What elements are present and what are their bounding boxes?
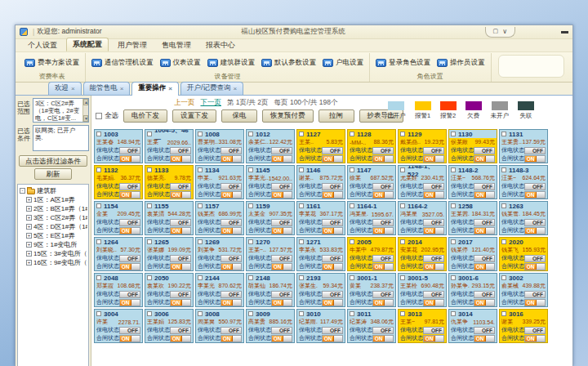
power-keep-toggle[interactable]: OFF [322,327,343,334]
meter-card[interactable]: 1263钱某雪.184.45元保电状态OFF合闸状态ON [499,201,548,235]
close-icon[interactable]: × [168,85,172,92]
power-keep-toggle[interactable]: OFF [220,291,242,298]
toolbar-button-1[interactable]: 设置下发 [172,109,216,123]
power-keep-toggle[interactable]: OFF [220,219,242,226]
card-checkbox[interactable] [96,275,101,280]
card-checkbox[interactable] [350,203,354,208]
power-keep-toggle[interactable]: OFF [271,291,292,298]
card-checkbox[interactable] [248,275,253,280]
ribbon-button[interactable]: 操作员设置 [434,56,488,69]
card-checkbox[interactable] [248,132,253,136]
meter-card[interactable]: 3002俞某械439.88元保电状态OFF合闸状态ON [499,273,548,307]
switch-toggle[interactable]: ON [423,299,444,306]
meter-card[interactable]: 1271李某永533.83元保电状态OFF合闸状态ON [296,237,345,271]
meter-card[interactable]: 3014仇某争1103.54.保电状态OFF合闸状态ON [448,309,497,343]
switch-toggle[interactable]: ON [170,191,191,199]
switch-toggle[interactable]: ON [220,227,242,234]
card-checkbox[interactable] [501,167,506,172]
expand-icon[interactable]: + [26,251,32,257]
card-checkbox[interactable] [147,167,152,172]
meter-card[interactable]: 1269刘某争531.72元保电状态OFF合闸状态ON [195,237,244,271]
close-icon[interactable]: × [120,85,124,92]
card-checkbox[interactable] [248,203,253,208]
card-checkbox[interactable] [299,167,304,172]
meter-card[interactable]: 3006王某娟125.83元保电状态OFF合闸状态ON [145,309,194,343]
power-keep-toggle[interactable]: OFF [372,291,394,298]
tree-item[interactable]: +2区：B区1#弄（1#变... [20,204,87,213]
toolbar-button-4[interactable]: 拉闸 [318,109,354,123]
power-keep-toggle[interactable]: OFF [220,183,242,190]
condition-listbox[interactable]: 联网类; 已开户类. [33,125,89,151]
meter-card[interactable]: 1127王某..5.83元保电状态OFF合闸状态ON [296,129,345,163]
refresh-button[interactable]: 刷新 [34,168,72,180]
card-checkbox[interactable] [299,239,304,244]
scrollbar[interactable]: ▲ ▼ [82,99,88,122]
meter-card[interactable]: 1164-1冯某星.1595.67.保电状态OFF合闸状态ON [347,201,396,235]
meter-card[interactable]: 1270王某~..127.57元保电状态OFF合闸状态ON [246,237,295,271]
close-icon[interactable]: × [233,85,237,92]
power-keep-toggle[interactable]: OFF [220,255,242,262]
switch-toggle[interactable]: ON [119,227,140,234]
meter-card[interactable]: 1148-3汪某~624.64元保电状态OFF合闸状态ON [499,165,548,199]
meter-card[interactable]: 1161李某花367.17元保电状态OFF合闸状态ON [296,201,345,235]
card-checkbox[interactable] [501,203,506,208]
ribbon-button[interactable]: 户电设置 [319,56,367,69]
meter-card[interactable]: 1132毛某娟.36.37元保电状态OFF合闸状态ON [94,165,143,199]
card-checkbox[interactable] [198,167,203,172]
ribbon-button[interactable]: 默认参数设置 [258,56,319,69]
meter-card[interactable]: 1265张某娜199.09元保电状态OFF合闸状态ON [145,237,194,271]
card-checkbox[interactable] [350,167,354,172]
switch-toggle[interactable]: ON [271,155,292,163]
scroll-up-icon[interactable]: ▲ [83,99,88,105]
expand-icon[interactable]: + [26,224,32,230]
tree-item[interactable]: +15区：3#变电所（3#变... [20,249,87,258]
switch-toggle[interactable]: ON [119,155,140,163]
power-keep-toggle[interactable]: OFF [220,147,242,154]
menu-item-2[interactable]: 用户管理 [112,39,153,51]
power-keep-toggle[interactable]: OFF [423,147,444,154]
switch-toggle[interactable]: ON [271,191,292,199]
power-keep-toggle[interactable]: OFF [524,255,546,262]
switch-toggle[interactable]: ON [423,155,444,163]
tab-0[interactable]: 欢迎× [48,82,82,95]
power-keep-toggle[interactable]: OFF [322,291,343,298]
card-checkbox[interactable] [198,275,203,280]
meter-card[interactable]: 3009高某贵885.16元保电状态OFF合闸状态ON [246,309,295,343]
meter-card[interactable]: 1129戴某晶..19.23元保电状态OFF合闸状态ON [398,129,447,163]
switch-toggle[interactable]: ON [119,263,140,270]
meter-card[interactable]: 1130侯某殿99.43元保电状态OFF合闸状态ON [448,129,497,163]
card-checkbox[interactable] [147,203,152,208]
switch-toggle[interactable]: ON [524,335,546,342]
power-keep-toggle[interactable]: OFF [423,219,444,226]
power-keep-toggle[interactable]: OFF [474,255,495,262]
card-checkbox[interactable] [501,275,506,280]
card-checkbox[interactable] [147,311,152,316]
switch-toggle[interactable]: ON [220,191,242,199]
meter-card[interactable]: 1004-5、46—王某2029.66..保电状态OFF合闸状态ON [145,129,194,163]
toolbar-button-2[interactable]: 保电 [221,109,257,123]
power-keep-toggle[interactable]: OFF [119,219,140,226]
card-checkbox[interactable] [96,203,101,208]
power-keep-toggle[interactable]: OFF [423,327,444,334]
power-keep-toggle[interactable]: OFF [372,219,394,226]
card-checkbox[interactable] [501,311,506,316]
power-keep-toggle[interactable]: OFF [524,291,546,298]
meter-card[interactable]: 2193张某生.59.34元保电状态OFF合闸状态ON [296,273,345,307]
switch-toggle[interactable]: ON [322,263,343,270]
ribbon-button[interactable]: 登录角色设置 [372,56,434,69]
meter-card[interactable]: 3013王某~97.81元保电状态OFF合闸状态ON [398,309,447,343]
tree-item[interactable]: +9区：1#变电所 [20,240,87,249]
meter-card[interactable]: 2050袁某欢190.22元保电状态OFF合闸状态ON [145,273,194,307]
meter-card[interactable]: 1131王某贵..137.59元保电状态OFF合闸状态ON [499,129,548,163]
switch-toggle[interactable]: ON [474,155,495,163]
card-checkbox[interactable] [451,167,456,172]
meter-card[interactable]: 1159太某金907.35元保电状态OFF合闸状态ON [246,201,295,235]
meter-card[interactable]: 1148-2汪某~568.76元保电状态OFF合闸状态ON [448,165,497,199]
close-icon[interactable]: × [71,85,75,92]
card-checkbox[interactable] [299,203,304,208]
switch-toggle[interactable]: ON [220,299,242,306]
power-keep-toggle[interactable]: OFF [271,327,292,334]
switch-toggle[interactable]: ON [474,263,495,270]
ribbon-button[interactable]: 仪表设置 [157,56,204,69]
menu-item-0[interactable]: 个人设置 [22,39,63,51]
